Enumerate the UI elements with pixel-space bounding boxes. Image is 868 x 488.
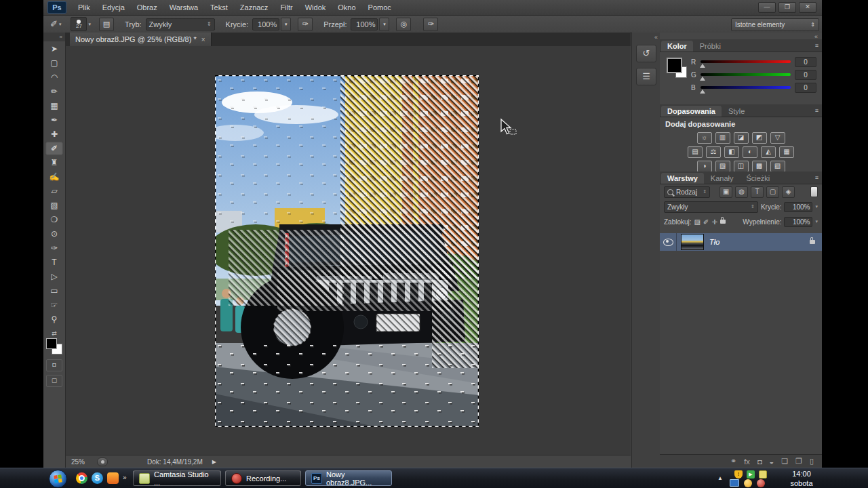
tool-eyedropper[interactable]: ✒	[45, 113, 63, 127]
tool-quick-selection[interactable]: ✏	[45, 85, 63, 98]
zoom-level[interactable]: 25%	[71, 458, 85, 466]
menu-obraz[interactable]: Obraz	[131, 0, 163, 15]
panel-menu-icon[interactable]: ≡	[815, 107, 818, 114]
chevron-down-icon[interactable]: ▾	[815, 219, 818, 224]
new-adjustment-layer-icon[interactable]: ◒	[770, 458, 774, 466]
foreground-color-swatch[interactable]	[46, 338, 57, 349]
tool-dodge[interactable]: ⊙	[45, 227, 63, 241]
tablet-pressure-opacity-button[interactable]: ✑	[298, 18, 313, 31]
menu-filtr[interactable]: Filtr	[274, 0, 298, 15]
layer-opacity-input[interactable]: 100%	[784, 202, 812, 212]
tool-zoom[interactable]: ⚲	[45, 312, 63, 326]
tool-brush[interactable]: ✐	[45, 142, 63, 155]
menu-widok[interactable]: Widok	[299, 0, 332, 15]
panel-menu-icon[interactable]: ≡	[815, 174, 818, 181]
red-value-input[interactable]: 0	[795, 57, 816, 67]
quick-mask-button[interactable]: ◘	[46, 359, 62, 371]
document-tab[interactable]: Nowy obraz8.JPG @ 25% (RGB/8) * ×	[70, 33, 212, 46]
gradient-map-icon[interactable]: ▧	[770, 161, 785, 172]
tool-rectangle[interactable]: ▭	[45, 284, 63, 298]
tool-crop[interactable]: ▦	[45, 99, 63, 113]
chevron-down-icon[interactable]: ▾	[815, 204, 818, 209]
taskbar-button-recording[interactable]: Recording...	[225, 470, 301, 486]
tool-clone-stamp[interactable]: ♜	[45, 156, 63, 169]
tab-warstwy[interactable]: Warstwy	[661, 173, 704, 184]
tablet-pressure-size-button[interactable]: ✑	[423, 18, 438, 31]
lock-position-icon[interactable]: ✛	[711, 218, 717, 226]
tab-style[interactable]: Style	[722, 106, 751, 117]
tool-history-brush[interactable]: ✍	[45, 170, 63, 184]
messenger-smiley-icon[interactable]	[744, 479, 752, 487]
tool-path-selection[interactable]: ▷	[45, 270, 63, 283]
taskbar-button-camtasia[interactable]: Camtasia Studio ...	[133, 470, 221, 486]
tool-blur[interactable]: ❍	[45, 213, 63, 226]
tool-eraser[interactable]: ▱	[45, 184, 63, 198]
vibrance-icon[interactable]: ▽	[770, 132, 785, 144]
tool-move[interactable]: ➤	[45, 42, 63, 56]
tray-app-green-icon[interactable]: ▶	[747, 470, 755, 479]
chrome-icon[interactable]	[76, 472, 87, 484]
menu-warstwa[interactable]: Warstwa	[163, 0, 204, 15]
menu-tekst[interactable]: Tekst	[204, 0, 234, 15]
tab-probki[interactable]: Próbki	[694, 41, 727, 52]
foreground-color-swatch[interactable]	[667, 58, 682, 73]
flow-dropdown-button[interactable]: ▾	[379, 18, 389, 31]
red-slider-thumb[interactable]	[700, 64, 705, 68]
layer-filter-toggle[interactable]	[810, 186, 818, 197]
tray-expand-icon[interactable]: ▲	[717, 475, 723, 481]
threshold-icon[interactable]: ◫	[734, 161, 749, 172]
workspace-switcher[interactable]: Istotne elementy ⇕	[731, 18, 819, 31]
menu-plik[interactable]: Plik	[72, 0, 96, 15]
lock-all-icon[interactable]	[720, 220, 726, 224]
blue-slider[interactable]	[701, 86, 791, 89]
tool-spot-healing-brush[interactable]: ✚	[45, 127, 63, 141]
exposure-icon[interactable]: ◩	[752, 132, 767, 144]
layer-row-tlo[interactable]: Tło	[660, 233, 822, 251]
status-options-arrow-icon[interactable]: ▶	[212, 459, 216, 465]
panel-menu-icon[interactable]: ≡	[815, 42, 818, 49]
expand-dock-icon[interactable]: «	[654, 34, 658, 41]
tool-hand[interactable]: ☞	[45, 298, 63, 312]
layer-filter-select[interactable]: Rodzaj ⇕	[664, 186, 710, 198]
layer-visibility-cell[interactable]	[660, 233, 677, 251]
delete-layer-icon[interactable]: ▯	[810, 457, 814, 466]
link-layers-icon[interactable]: ⚭	[730, 457, 736, 466]
lock-transparency-icon[interactable]: ▨	[694, 218, 701, 226]
airbrush-button[interactable]: ◎	[396, 18, 411, 31]
restore-button[interactable]: ❐	[778, 2, 796, 13]
flow-input[interactable]: 100%	[351, 18, 378, 30]
tool-lasso[interactable]: ◠	[45, 70, 63, 84]
fill-input[interactable]: 100%	[784, 217, 812, 227]
canvas-pasteboard[interactable]	[66, 46, 631, 455]
tool-gradient[interactable]: ▧	[45, 199, 63, 212]
blue-value-input[interactable]: 0	[795, 83, 816, 93]
channel-mixer-icon[interactable]: ◭	[761, 146, 776, 158]
skype-icon[interactable]: S	[92, 472, 103, 484]
photo-filter-icon[interactable]: ◐	[743, 146, 757, 158]
history-panel-button[interactable]: ↺	[636, 45, 656, 62]
swap-colors-icon[interactable]: ⇄	[52, 330, 57, 337]
filter-shape-layers-icon[interactable]: ▢	[766, 186, 779, 198]
menu-okno[interactable]: Okno	[332, 0, 361, 15]
tab-dopasowania[interactable]: Dopasowania	[661, 106, 722, 117]
blue-slider-thumb[interactable]	[700, 89, 705, 94]
tools-collapse-header[interactable]: »	[43, 33, 65, 41]
menu-zaznacz[interactable]: Zaznacz	[234, 0, 275, 15]
layer-effects-icon[interactable]: fx	[744, 458, 750, 466]
close-button[interactable]: ✕	[799, 2, 816, 13]
tab-kolor[interactable]: Kolor	[661, 41, 693, 52]
menu-edycja[interactable]: Edycja	[96, 0, 131, 15]
invert-icon[interactable]: ◑	[697, 161, 712, 172]
brush-size-picker[interactable]: 27 ▾	[71, 17, 91, 31]
quick-launch-icon[interactable]	[107, 472, 119, 484]
brightness-contrast-icon[interactable]: ☼	[697, 132, 712, 144]
properties-panel-button[interactable]: ☰	[636, 68, 656, 85]
new-group-icon[interactable]: ❏	[781, 457, 788, 466]
posterize-icon[interactable]: ▨	[715, 161, 730, 172]
tab-close-icon[interactable]: ×	[201, 36, 205, 43]
status-pill-icon[interactable]	[97, 458, 108, 466]
tool-type[interactable]: T	[45, 256, 63, 269]
curves-icon[interactable]: ◪	[734, 132, 749, 144]
new-layer-icon[interactable]: ❐	[795, 457, 802, 466]
green-value-input[interactable]: 0	[795, 70, 816, 80]
